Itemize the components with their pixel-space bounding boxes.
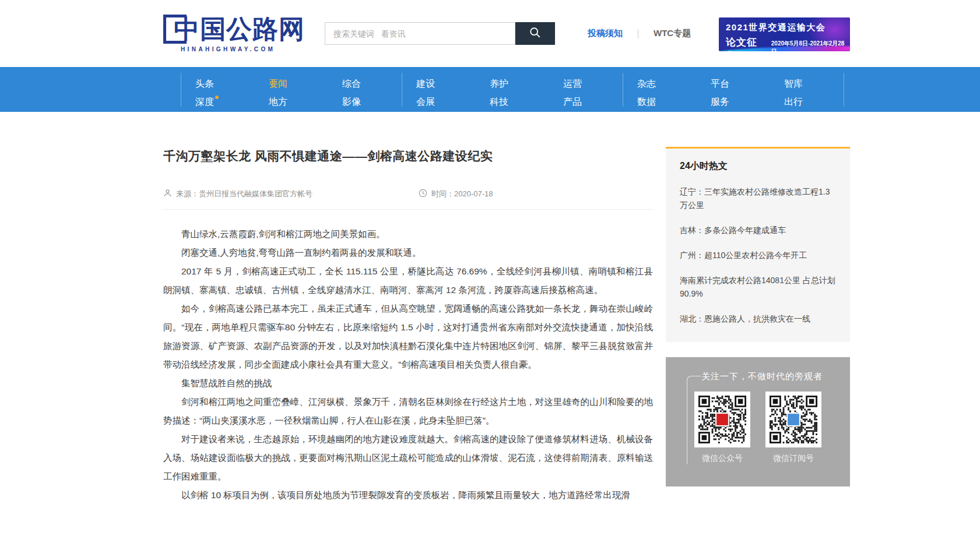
article-paragraph: 青山绿水,云蒸霞蔚,剑河和榕江两地之间美景如画。	[163, 225, 653, 244]
qr-label: 微信订阅号	[773, 453, 814, 464]
nav-item-shuju[interactable]: 数据	[637, 97, 656, 107]
main-nav: 头条 深度 要闻 地方 综合 影像 建设 会展 养护 科技 运营	[0, 67, 980, 112]
qr-code-canvas	[770, 396, 817, 443]
article-source-label: 来源：贵州日报当代融媒体集团官方帐号	[176, 189, 312, 199]
nav-item-pingtai[interactable]: 平台	[711, 79, 729, 89]
nav-col-platform: 平台 服务	[697, 79, 770, 107]
article-paragraph: 如今，剑榕高速公路已基本完工，虽未正式通车，但从高空眺望，宽阔通畅的高速公路犹如…	[163, 299, 653, 374]
nav-item-jianshe[interactable]: 建设	[416, 79, 435, 89]
logo-title: 中国公路网	[174, 16, 305, 42]
nav-item-zazhi[interactable]: 杂志	[637, 79, 656, 89]
banner-title: 2021世界交通运输大会	[726, 22, 850, 33]
article-meta: 来源：贵州日报当代融媒体集团官方帐号 时间：2020-07-18	[163, 189, 653, 199]
logo-subtitle: HINAHIGHWAY.COM	[181, 46, 329, 52]
article-paragraph: 集智慧战胜自然的挑战	[163, 374, 653, 393]
nav-item-chanpin[interactable]: 产品	[563, 97, 582, 107]
nav-col-construction: 建设 会展	[402, 79, 476, 107]
person-icon	[163, 189, 176, 199]
article-paragraph: 以剑榕 10 标项目为例，该项目所处地质为节理裂隙发育的变质板岩，降雨频繁且雨量…	[163, 486, 653, 505]
site-header: 中国公路网 HINAHIGHWAY.COM 投稿须知 WTC专题 2021世界交…	[0, 0, 980, 67]
hot-article-link[interactable]: 海南累计完成农村公路14081公里 占总计划90.9%	[680, 274, 836, 301]
qr-label: 微信公众号	[702, 453, 743, 464]
main-content: 千沟万壑架长龙 风雨不惧建通途——剑榕高速公路建设纪实 来源：贵州日报当代融媒体…	[163, 112, 850, 505]
article-title: 千沟万壑架长龙 风雨不惧建通途——剑榕高速公路建设纪实	[163, 148, 653, 164]
nav-col-general: 综合 影像	[328, 79, 402, 107]
nav-group-3: 杂志 数据 平台 服务 智库 出行	[623, 73, 844, 107]
article-paragraph: 闭塞交通,人穷地贫,弯弯山路一直制约着两县的发展和联通。	[163, 244, 653, 262]
nav-item-chuxing[interactable]: 出行	[784, 97, 803, 107]
hot-article-link[interactable]: 湖北：恩施公路人，抗洪救灾在一线	[680, 312, 836, 326]
nav-item-keji[interactable]: 科技	[490, 97, 508, 107]
nav-item-yingxiang[interactable]: 影像	[342, 97, 361, 107]
banner-cta: 论文征集	[726, 36, 768, 51]
nav-item-shendu-label: 深度	[195, 97, 214, 107]
header-links: 投稿须知 WTC专题	[588, 28, 691, 39]
article-paragraph: 对于建设者来说，生态越原始，环境越幽闭的地方建设难度就越大。剑榕高速的建设除了便…	[163, 430, 653, 486]
article-source: 来源：贵州日报当代融媒体集团官方帐号	[163, 189, 312, 199]
hot-articles-title: 24小时热文	[680, 160, 836, 172]
wechat-official-qr-code	[694, 392, 750, 447]
nav-item-yaowen-active[interactable]: 要闻	[269, 79, 287, 89]
qr-code-canvas	[698, 396, 746, 443]
nav-item-yanghu[interactable]: 养护	[490, 79, 508, 89]
nav-item-zhiku[interactable]: 智库	[784, 79, 803, 89]
search-button[interactable]	[515, 22, 555, 45]
article-body: 青山绿水,云蒸霞蔚,剑河和榕江两地之间美景如画。 闭塞交通,人穷地贫,弯弯山路一…	[163, 210, 653, 505]
nav-col-magazine: 杂志 数据	[623, 79, 697, 107]
links-divider	[638, 29, 638, 38]
nav-col-thinktank: 智库 出行	[770, 79, 844, 107]
nav-item-shendu[interactable]: 深度	[195, 97, 214, 107]
article-time: 时间：2020-07-18	[419, 189, 493, 199]
site-logo[interactable]: 中国公路网 HINAHIGHWAY.COM	[163, 15, 329, 52]
banner-dates: 2020年5月8日-2021年2月28日	[771, 40, 850, 51]
search-bar	[325, 22, 555, 45]
search-icon	[529, 26, 542, 41]
wtc-topic-link[interactable]: WTC专题	[654, 28, 691, 39]
article-paragraph: 2017 年 5 月，剑榕高速正式动工，全长 115.115 公里，桥隧比高达 …	[163, 262, 653, 299]
qr-row: 微信公众号 微信订阅号	[666, 392, 850, 464]
hot-articles-box: 24小时热文 辽宁：三年实施农村公路维修改造工程1.3万公里 吉林：多条公路今年…	[666, 147, 850, 342]
sidebar: 24小时热文 辽宁：三年实施农村公路维修改造工程1.3万公里 吉林：多条公路今年…	[666, 112, 850, 486]
submission-guidelines-link[interactable]: 投稿须知	[588, 28, 623, 39]
wechat-subscription-qr-code	[765, 392, 821, 447]
nav-item-yunying[interactable]: 运营	[563, 79, 582, 89]
conference-banner-ad[interactable]: 2021世界交通运输大会 论文征集 2020年5月8日-2021年2月28日	[719, 17, 850, 51]
follow-panel-title: 关注一下，不做时代的旁观者	[666, 371, 850, 382]
article-time-label: 时间：2020-07-18	[431, 189, 493, 199]
nav-item-difang[interactable]: 地方	[269, 97, 287, 107]
hot-article-link[interactable]: 广州：超110公里农村公路今年开工	[680, 249, 836, 262]
article: 千沟万壑架长龙 风雨不惧建通途——剑榕高速公路建设纪实 来源：贵州日报当代融媒体…	[163, 112, 653, 505]
hot-article-link[interactable]: 辽宁：三年实施农村公路维修改造工程1.3万公里	[680, 185, 836, 212]
search-input[interactable]	[325, 22, 515, 45]
nav-item-zonghe[interactable]: 综合	[342, 79, 361, 89]
nav-col-news: 要闻 地方	[255, 79, 328, 107]
nav-item-toutiao[interactable]: 头条	[195, 79, 214, 89]
new-badge-dot	[215, 96, 219, 99]
clock-icon	[419, 189, 431, 199]
qr-card-official-account: 微信公众号	[694, 392, 750, 464]
nav-group-2: 建设 会展 养护 科技 运营 产品	[402, 73, 623, 107]
nav-item-fuwu[interactable]: 服务	[711, 97, 729, 107]
nav-group-1: 头条 深度 要闻 地方 综合 影像	[181, 73, 402, 107]
article-paragraph: 剑河和榕江两地之间重峦叠嶂、江河纵横、景象万千，清朝名臣林则徐在行经这片土地，对…	[163, 393, 653, 430]
nav-col-operation: 运营 产品	[549, 79, 623, 107]
nav-item-huizhan[interactable]: 会展	[416, 97, 435, 107]
qr-card-subscription-account: 微信订阅号	[765, 392, 821, 464]
nav-col-maintenance: 养护 科技	[476, 79, 549, 107]
nav-col-headlines: 头条 深度	[181, 79, 255, 107]
wechat-follow-panel: 关注一下，不做时代的旁观者 微信公众号 微信订阅号	[666, 357, 850, 486]
hot-article-link[interactable]: 吉林：多条公路今年建成通车	[680, 224, 836, 237]
